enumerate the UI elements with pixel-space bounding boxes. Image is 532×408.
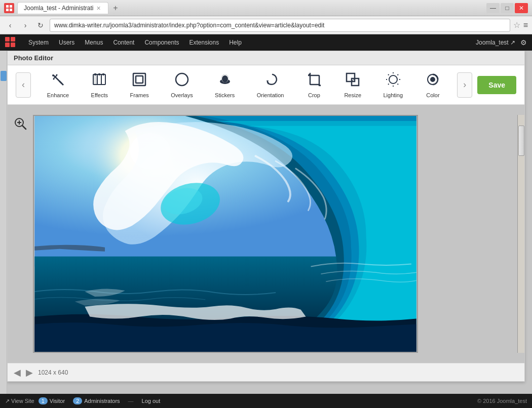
maximize-button[interactable]: □ <box>501 3 514 13</box>
svg-rect-21 <box>133 73 145 86</box>
browser-favicon <box>4 3 14 13</box>
save-button[interactable]: Save <box>477 76 516 94</box>
joomla-system-menu[interactable]: System <box>23 34 54 51</box>
address-input[interactable] <box>50 19 510 32</box>
image-dimensions: 1024 x 640 <box>38 369 68 376</box>
svg-rect-19 <box>98 73 100 75</box>
enhance-icon <box>50 71 66 90</box>
overlays-label: Overlays <box>171 92 193 98</box>
stickers-tool[interactable]: Stickers <box>211 69 239 100</box>
svg-point-47 <box>431 77 435 81</box>
svg-rect-7 <box>11 43 15 47</box>
photo-editor-panel: Photo Editor ‹ <box>7 51 525 382</box>
enhance-tool[interactable]: Enhance <box>43 69 73 100</box>
joomla-users-menu[interactable]: Users <box>54 34 80 51</box>
frames-icon <box>131 71 147 90</box>
logout-label: Log out <box>142 398 161 404</box>
overlays-icon <box>174 71 190 90</box>
svg-point-10 <box>52 74 54 76</box>
svg-point-37 <box>389 75 397 84</box>
orientation-icon <box>262 71 279 90</box>
editor-image-area <box>8 105 524 363</box>
orientation-label: Orientation <box>257 92 284 98</box>
svg-rect-3 <box>10 9 12 11</box>
admin-badge: 2 <box>73 397 82 404</box>
toolbar-next-button[interactable]: › <box>457 72 472 98</box>
crop-tool[interactable]: Crop <box>302 69 326 100</box>
crop-icon <box>306 71 322 90</box>
resize-tool[interactable]: Resize <box>340 69 365 100</box>
joomla-user-link[interactable]: Joomla_test ↗ <box>476 39 515 46</box>
svg-rect-18 <box>94 73 96 75</box>
bookmark-icon[interactable]: ☆ <box>513 20 520 30</box>
svg-point-27 <box>222 75 228 83</box>
left-indicator-thumb <box>1 71 7 81</box>
joomla-help-menu[interactable]: Help <box>224 34 247 51</box>
effects-tool[interactable]: Effects <box>87 69 112 100</box>
editor-bottom-bar: ◀ ▶ 1024 x 640 <box>8 363 524 381</box>
new-tab-button[interactable]: + <box>110 3 121 13</box>
zoom-icon[interactable] <box>14 117 27 133</box>
color-icon <box>425 71 441 90</box>
admin-status: 2 Administrators <box>69 397 124 404</box>
tab-title: Joomla_test - Administrati <box>24 5 93 12</box>
scrollbar-track[interactable] <box>517 115 524 353</box>
joomla-content-menu[interactable]: Content <box>108 34 139 51</box>
resize-icon <box>345 71 361 90</box>
svg-rect-23 <box>176 73 188 86</box>
svg-rect-0 <box>6 5 9 8</box>
tab-close-button[interactable]: × <box>96 5 100 12</box>
back-button[interactable]: ‹ <box>4 19 16 31</box>
left-indicator <box>0 51 7 394</box>
orientation-tool[interactable]: Orientation <box>253 69 288 100</box>
color-tool[interactable]: Color <box>421 69 445 100</box>
editor-title: Photo Editor <box>14 54 53 62</box>
joomla-menus-menu[interactable]: Menus <box>80 34 108 51</box>
admin-label: Administrators <box>84 398 120 404</box>
joomla-gear-icon[interactable]: ⚙ <box>520 38 527 47</box>
lighting-icon <box>385 71 401 90</box>
visitor-badge: 1 <box>39 397 48 404</box>
svg-rect-29 <box>310 75 319 85</box>
toolbar-prev-button[interactable]: ‹ <box>16 72 31 98</box>
external-link-icon: ↗ <box>5 398 10 404</box>
browser-tab[interactable]: Joomla_test - Administrati × <box>17 2 108 14</box>
status-bar: ↗ View Site 1 Visitor 2 Administrators —… <box>0 394 532 408</box>
minimize-button[interactable]: — <box>486 3 500 13</box>
svg-rect-34 <box>347 73 355 81</box>
scrollbar-thumb[interactable] <box>518 126 524 156</box>
view-site-link[interactable]: ↗ View Site <box>5 398 34 404</box>
overlays-tool[interactable]: Overlays <box>167 69 197 100</box>
joomla-right-bar: Joomla_test ↗ ⚙ <box>476 38 527 47</box>
joomla-logo <box>5 37 15 49</box>
svg-rect-22 <box>136 76 143 83</box>
svg-line-43 <box>397 84 398 85</box>
resize-label: Resize <box>344 92 361 98</box>
svg-line-44 <box>397 74 398 75</box>
copyright: © 2016 Joomla_test <box>477 398 527 404</box>
svg-line-42 <box>388 74 389 75</box>
svg-line-49 <box>22 126 26 129</box>
editor-header: Photo Editor <box>8 51 524 65</box>
joomla-components-menu[interactable]: Components <box>139 34 184 51</box>
refresh-button[interactable]: ↻ <box>34 19 47 31</box>
browser-titlebar: Joomla_test - Administrati × + — □ ✕ <box>0 0 532 16</box>
svg-rect-2 <box>6 9 9 11</box>
stickers-label: Stickers <box>215 92 235 98</box>
image-nav-back-button[interactable]: ◀ <box>14 367 21 378</box>
frames-tool[interactable]: Frames <box>126 69 153 100</box>
lighting-tool[interactable]: Lighting <box>379 69 407 100</box>
stickers-icon <box>217 71 233 90</box>
forward-button[interactable]: › <box>19 19 31 31</box>
visitor-status: 1 Visitor <box>34 397 69 404</box>
svg-point-12 <box>53 78 55 80</box>
joomla-extensions-menu[interactable]: Extensions <box>184 34 224 51</box>
image-nav-forward-button[interactable]: ▶ <box>26 367 33 378</box>
browser-menu-icon[interactable]: ≡ <box>523 21 528 30</box>
toolbar-tools: Enhance E <box>31 69 457 100</box>
view-site-label: View Site <box>11 398 34 404</box>
logout-link[interactable]: Log out <box>138 398 165 404</box>
svg-rect-6 <box>5 43 10 47</box>
close-button[interactable]: ✕ <box>515 3 528 13</box>
svg-marker-13 <box>59 80 64 86</box>
